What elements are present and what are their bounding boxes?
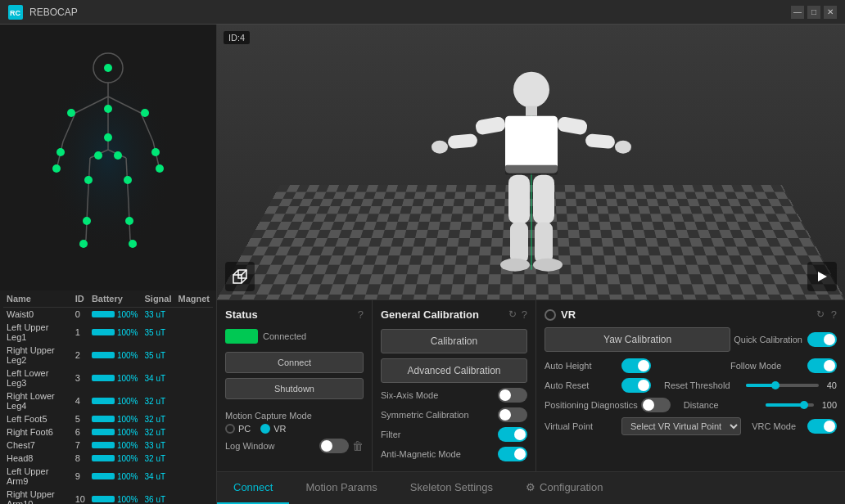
log-window-label: Log Window <box>225 441 275 451</box>
tab-connect[interactable]: Connect <box>217 472 289 504</box>
sensor-id: 9 <box>72 465 88 488</box>
sensor-magnet <box>175 488 214 504</box>
tab-configuration[interactable]: ⚙ Configuration <box>509 472 619 504</box>
table-row: Waist0 0 100% 33 uT <box>3 308 213 322</box>
capture-mode-label: Motion Capture Mode <box>225 411 364 421</box>
calib-panel: General Calibration ↻ ? Calibration Adva… <box>373 300 536 471</box>
svg-point-23 <box>114 151 122 160</box>
tab-skeleton-settings[interactable]: Skeleton Settings <box>394 472 509 504</box>
cube-button[interactable] <box>225 262 255 291</box>
table-row: Head8 8 100% 32 uT <box>3 452 213 465</box>
sensor-battery: 100% <box>88 367 142 389</box>
yaw-calibration-button[interactable]: Yaw Calibration <box>545 327 730 352</box>
sensor-battery: 100% <box>88 389 142 412</box>
battery-bar <box>92 455 115 461</box>
status-help-icon[interactable]: ? <box>358 308 364 321</box>
svg-point-21 <box>104 133 112 142</box>
close-button[interactable]: ✕ <box>824 6 837 19</box>
calibration-button[interactable]: Calibration <box>381 329 527 353</box>
calib-help-icon[interactable]: ? <box>522 308 527 321</box>
sensor-id: 8 <box>72 452 88 465</box>
six-axis-row: Six-Axis Mode <box>381 388 527 403</box>
vrc-mode-toggle[interactable] <box>807 419 837 434</box>
radio-vr[interactable]: VR <box>260 424 286 434</box>
table-row: Right Upper Arm10 10 100% 36 uT <box>3 488 213 504</box>
distance-track <box>766 403 814 407</box>
distance-slider[interactable] <box>761 403 819 407</box>
status-connected-text: Connected <box>263 331 306 341</box>
col-id: ID <box>72 290 88 308</box>
vrc-mode-label: VRC Mode <box>752 421 796 431</box>
sensor-table: Name ID Battery Signal Magnet Waist0 0 1… <box>0 290 216 504</box>
battery-bar <box>92 429 115 435</box>
advanced-calibration-button[interactable]: Advanced Calibration <box>381 358 527 383</box>
sensor-signal: 32 uT <box>141 452 174 465</box>
play-button[interactable] <box>807 262 837 291</box>
vr-refresh-icon[interactable]: ↻ <box>816 308 825 321</box>
symmetric-knob <box>499 409 511 421</box>
filter-toggle[interactable] <box>498 427 527 442</box>
svg-point-29 <box>124 176 132 184</box>
symmetric-toggle[interactable] <box>498 407 527 422</box>
sensor-id: 2 <box>72 344 88 367</box>
sensor-magnet <box>175 465 214 488</box>
minimize-button[interactable]: — <box>791 6 804 19</box>
virtual-point-select[interactable]: Select VR Virtual Point <box>621 417 741 435</box>
body-model-svg <box>26 31 190 285</box>
vr-help-icon[interactable]: ? <box>831 308 837 321</box>
status-header: Status ? <box>225 308 364 321</box>
positioning-label: Positioning Diagnostics <box>545 400 638 410</box>
vr-panel: VR ↻ ? Yaw Calibration Quick Calibration <box>536 300 845 471</box>
anti-magnetic-toggle[interactable] <box>498 447 527 461</box>
svg-point-33 <box>129 240 137 248</box>
log-window-toggle[interactable] <box>319 439 349 453</box>
follow-mode-label: Follow Mode <box>730 361 804 371</box>
3d-avatar-svg <box>417 65 646 278</box>
positioning-toggle[interactable] <box>641 398 671 412</box>
maximize-button[interactable]: □ <box>807 6 820 19</box>
svg-line-55 <box>233 270 238 275</box>
status-dot <box>225 329 258 344</box>
calib-header: General Calibration ↻ ? <box>381 308 527 321</box>
log-trash-icon[interactable]: 🗑 <box>352 439 364 452</box>
sensor-name: Head8 <box>3 452 72 465</box>
3d-avatar <box>417 65 646 281</box>
battery-value: 100% <box>117 415 138 424</box>
svg-line-57 <box>242 278 246 283</box>
quick-calib-toggle[interactable] <box>807 332 837 347</box>
tab-motion-params[interactable]: Motion Params <box>289 472 393 504</box>
battery-value: 100% <box>117 454 138 463</box>
reset-threshold-slider[interactable] <box>741 384 824 387</box>
calib-refresh-icon[interactable]: ↻ <box>508 308 517 321</box>
vr-header: VR ↻ ? <box>545 308 837 321</box>
battery-value: 100% <box>117 310 138 319</box>
distance-fill <box>766 403 804 407</box>
radio-vr-label: VR <box>273 424 286 434</box>
auto-height-knob <box>638 360 649 371</box>
auto-reset-toggle[interactable] <box>621 378 651 393</box>
auto-height-toggle[interactable] <box>621 358 651 373</box>
sensor-magnet <box>175 344 214 367</box>
viewport: ID:4 <box>217 25 845 299</box>
six-axis-toggle[interactable] <box>498 388 527 403</box>
connect-button[interactable]: Connect <box>225 352 364 373</box>
shutdown-button[interactable]: Shutdown <box>225 378 364 399</box>
follow-mode-toggle[interactable] <box>807 358 837 373</box>
anti-magnetic-knob <box>514 448 526 460</box>
follow-mode-knob <box>824 360 835 371</box>
sensor-name: Waist0 <box>3 308 72 322</box>
svg-point-34 <box>52 164 61 173</box>
title-bar: RC REBOCAP — □ ✕ <box>0 0 845 25</box>
sensor-name: Left Upper Leg1 <box>3 321 72 344</box>
svg-rect-48 <box>510 223 528 263</box>
filter-knob <box>514 429 526 440</box>
sensor-name: Right Upper Arm10 <box>3 488 72 504</box>
vr-status-dot <box>545 309 556 321</box>
vr-title: VR <box>561 308 576 321</box>
battery-value: 100% <box>117 472 138 481</box>
sensor-signal: 32 uT <box>141 412 174 425</box>
svg-point-26 <box>56 148 65 156</box>
radio-pc[interactable]: PC <box>225 424 251 434</box>
sensor-id: 0 <box>72 308 88 322</box>
sensor-magnet <box>175 452 214 465</box>
